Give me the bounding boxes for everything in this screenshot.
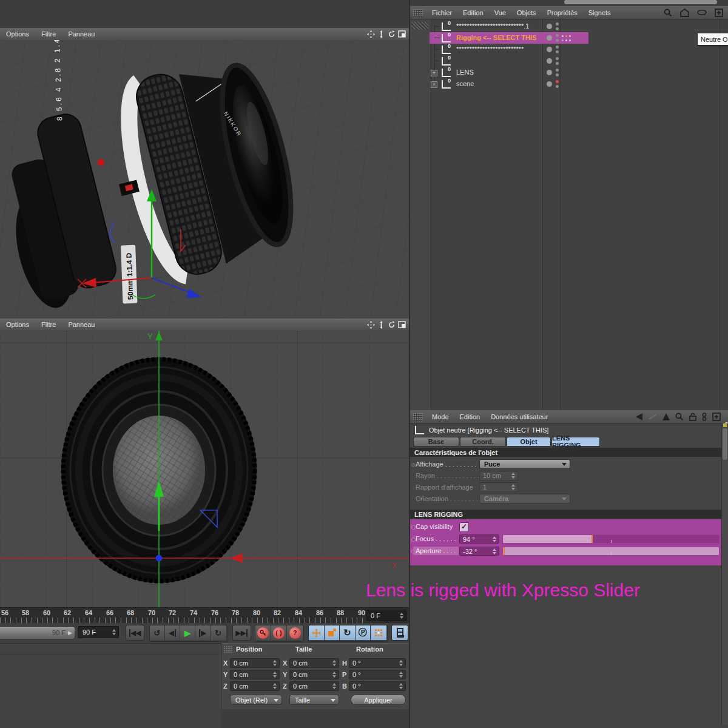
goto-end-button[interactable]: ▶▶ [232, 625, 251, 641]
menu-edition[interactable]: Edition [454, 413, 486, 420]
toggle-view-icon[interactable] [398, 321, 406, 328]
tab-coord[interactable]: Coord. [460, 437, 506, 447]
snap-points-button[interactable] [371, 625, 386, 640]
menu-options[interactable]: Options [0, 321, 35, 328]
rayon-field[interactable]: 10 cm [479, 471, 518, 480]
anim-dot[interactable] [411, 538, 416, 542]
position-y-field[interactable]: 0 cm [230, 670, 280, 679]
spinner[interactable] [112, 629, 116, 635]
loop-forward-button[interactable]: ↻ [211, 625, 226, 640]
render-dot[interactable] [556, 73, 559, 76]
visibility-dot[interactable] [556, 57, 559, 60]
enable-dot[interactable] [547, 35, 552, 41]
anim-dot[interactable] [411, 525, 416, 530]
timeline-range-slider[interactable]: 90 F▶ [0, 626, 75, 639]
viewport-front-canvas[interactable]: Y X [0, 331, 409, 607]
play-backwards-button[interactable]: ↺ [150, 625, 165, 640]
cap-visibility-checkbox[interactable]: ✓ [459, 522, 469, 532]
tree-row-null-2[interactable]: 0 ************************** [410, 44, 728, 55]
rotation-p-field[interactable]: 0 ° [349, 670, 406, 679]
render-dot[interactable] [556, 62, 559, 65]
home-icon[interactable] [680, 8, 689, 17]
zoom-view-icon[interactable] [377, 321, 385, 329]
tree-row-scene[interactable]: + 0 scene [410, 78, 728, 90]
menu-panneau[interactable]: Panneau [62, 321, 101, 328]
tree-row-lens[interactable]: + 0 LENS [410, 67, 728, 78]
play-button[interactable]: ▶ [180, 625, 195, 640]
current-frame-field[interactable]: 90 F [78, 626, 119, 638]
viewport-perspective-canvas[interactable]: 8 5.6 4 2.8 2 1.4 50mm 1:1.4 D NIKKOR [0, 40, 409, 318]
orientation-dropdown[interactable]: Caméra [479, 494, 570, 504]
parent-object-icon[interactable] [662, 413, 670, 420]
render-dot[interactable] [556, 50, 559, 53]
pan-icon[interactable] [367, 30, 375, 38]
autokey-button[interactable]: ( ) [271, 625, 287, 640]
rapport-field[interactable]: 1 [479, 482, 518, 492]
focus-value-field[interactable]: 94 ° [459, 534, 499, 544]
position-mode-dropdown[interactable]: Objet (Rel) [230, 695, 282, 705]
toggle-view-icon[interactable] [398, 30, 406, 38]
keyframe-options-button[interactable]: ? [287, 625, 303, 640]
rotation-b-field[interactable]: 0 ° [349, 681, 406, 691]
menu-objets[interactable]: Objets [511, 9, 542, 16]
xpresso-tag-icon[interactable] [562, 35, 576, 42]
history-back-icon[interactable] [635, 413, 643, 420]
timeline-ruler[interactable]: 56 58 60 62 64 66 68 70 72 74 76 78 80 8… [0, 607, 409, 624]
enable-dot[interactable] [547, 70, 552, 75]
lock-move-button[interactable] [309, 625, 325, 640]
next-frame-button[interactable]: ▶ [195, 625, 211, 640]
goto-start-button[interactable]: ◀◀ [126, 625, 144, 641]
enable-dot[interactable] [547, 24, 552, 29]
visibility-dot[interactable] [556, 46, 559, 49]
tree-row-null-1[interactable]: 0 **************************.1 [410, 21, 728, 32]
menu-panneau[interactable]: Panneau [62, 30, 101, 38]
menu-mode[interactable]: Mode [426, 413, 454, 420]
position-z-field[interactable]: 0 cm [230, 681, 280, 691]
spinner[interactable] [400, 613, 404, 619]
search-icon[interactable] [664, 8, 672, 17]
tree-row-rigging[interactable]: 0 Rigging <-- SELECT THIS [410, 32, 728, 44]
visibility-dot[interactable] [556, 34, 559, 37]
menu-proprietes[interactable]: Propriétés [542, 9, 583, 16]
tree-row-null-3[interactable]: 0 [410, 55, 728, 67]
add-panel-icon[interactable] [715, 8, 723, 17]
render-settings-button[interactable] [391, 625, 408, 641]
menu-filtre[interactable]: Filtre [35, 321, 62, 328]
aperture-slider[interactable] [502, 547, 720, 556]
link-icon[interactable] [702, 413, 707, 421]
menubar-grip-icon[interactable] [413, 9, 423, 16]
add-panel-icon[interactable] [712, 413, 721, 421]
range-end-field[interactable]: 0 F [366, 610, 406, 621]
rotation-h-field[interactable]: 0 ° [349, 658, 406, 668]
visibility-dot[interactable] [556, 69, 559, 72]
visibility-dot[interactable] [556, 22, 559, 25]
lock-rotate-button[interactable]: ↻ [340, 625, 356, 640]
eye-icon[interactable] [697, 10, 707, 15]
scrollbar-thumb[interactable] [723, 428, 727, 460]
section-lens-rigging[interactable]: LENS RIGGING [410, 510, 722, 519]
zoom-view-icon[interactable] [377, 30, 385, 38]
lock-icon[interactable] [689, 413, 696, 421]
menu-vue[interactable]: Vue [489, 9, 511, 16]
size-z-field[interactable]: 0 cm [289, 681, 339, 691]
attributes-scrollbar[interactable] [721, 423, 728, 725]
expand-icon[interactable]: + [431, 81, 437, 88]
size-y-field[interactable]: 0 cm [289, 670, 339, 679]
size-mode-dropdown[interactable]: Taille [289, 695, 339, 705]
affichage-dropdown[interactable]: Puce [479, 459, 570, 469]
position-x-field[interactable]: 0 cm [230, 658, 280, 668]
menu-edition[interactable]: Edition [457, 9, 489, 16]
enable-dot[interactable] [547, 58, 552, 64]
anim-dot[interactable] [411, 463, 416, 467]
rotate-view-icon[interactable] [388, 30, 396, 38]
menu-fichier[interactable]: Fichier [426, 9, 457, 16]
tab-lens-rigging[interactable]: LENS RIGGING [551, 437, 600, 447]
apply-button[interactable]: Appliquer [351, 695, 406, 705]
tab-objet[interactable]: Objet [507, 437, 551, 447]
size-x-field[interactable]: 0 cm [289, 658, 339, 668]
pan-icon[interactable] [367, 321, 375, 329]
render-dot[interactable] [556, 27, 559, 30]
panel-grip[interactable] [224, 646, 232, 653]
menu-signets[interactable]: Signets [583, 9, 616, 16]
render-dot[interactable] [556, 39, 559, 42]
